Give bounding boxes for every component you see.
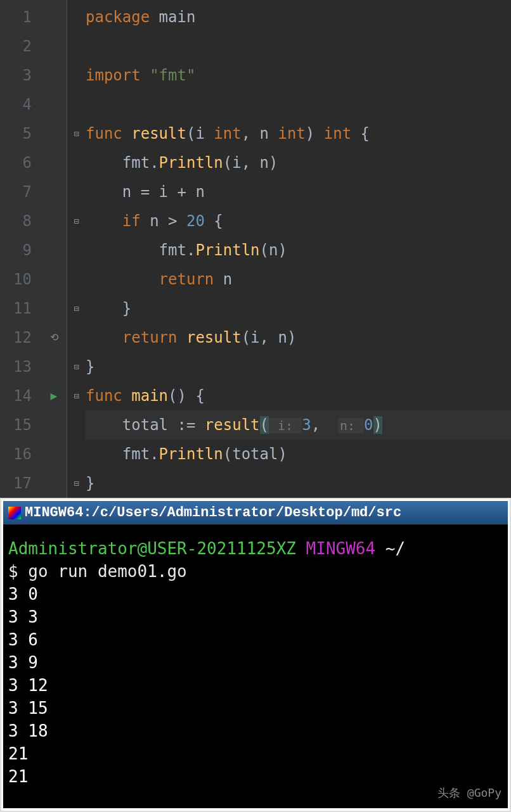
code-line[interactable]: return n — [86, 265, 511, 294]
line-number: 12 — [0, 323, 32, 352]
code-editor[interactable]: 1 2 3 4 5 6 7 8 9 10 11 12 13 14 15 16 1… — [0, 0, 511, 498]
code-line[interactable]: func main() { — [86, 381, 511, 410]
terminal-title-bar[interactable]: MINGW64:/c/Users/Administrator/Desktop/m… — [3, 501, 508, 524]
keyword: import — [86, 67, 141, 84]
fold-end-icon[interactable]: ⊟ — [67, 469, 86, 498]
line-number: 6 — [0, 148, 32, 177]
line-number: 15 — [0, 410, 32, 440]
line-number: 7 — [0, 177, 32, 206]
line-number: 1 — [0, 3, 32, 32]
prompt-user: Administrator@USER — [8, 539, 187, 558]
terminal-output: 3 9 — [8, 651, 503, 674]
terminal-output: 3 6 — [8, 628, 503, 651]
terminal-prompt-line: Administrator@USER-20211125XZ MINGW64 ~/ — [8, 537, 503, 560]
fold-marker-icon[interactable]: ⊟ — [67, 119, 86, 148]
terminal-command: go run demo01.go — [28, 562, 186, 581]
line-number: 9 — [0, 236, 32, 265]
code-line[interactable]: func result(i int, n int) int { — [86, 119, 511, 148]
fold-end-icon[interactable]: ⊟ — [67, 294, 86, 323]
terminal-output: 21 — [8, 765, 503, 788]
recursive-call-icon[interactable]: ⟲ — [50, 323, 58, 352]
terminal-app-icon — [8, 507, 21, 519]
code-line[interactable]: fmt.Println(i, n) — [86, 148, 511, 177]
gutter-icons: ⟲ ▶ — [41, 0, 67, 498]
terminal-title-text: MINGW64:/c/Users/Administrator/Desktop/m… — [25, 505, 401, 521]
code-line[interactable]: package main — [86, 3, 511, 32]
line-number-gutter: 1 2 3 4 5 6 7 8 9 10 11 12 13 14 15 16 1… — [0, 0, 41, 498]
terminal-output: 3 12 — [8, 674, 503, 697]
line-number: 16 — [0, 440, 32, 469]
param-hint: n: — [339, 418, 364, 433]
string: "fmt" — [150, 67, 195, 84]
code-line[interactable] — [86, 32, 511, 61]
fold-marker-icon[interactable]: ⊟ — [67, 206, 86, 236]
code-line[interactable]: return result(i, n) — [86, 323, 511, 352]
terminal-output: 3 15 — [8, 697, 503, 720]
param-hint: i: — [269, 418, 302, 433]
watermark-text: 头条 @GoPy — [437, 782, 501, 804]
line-number: 8 — [0, 206, 32, 236]
prompt-env: MINGW64 — [296, 539, 385, 558]
line-number: 2 — [0, 32, 32, 61]
line-number: 4 — [0, 90, 32, 119]
matched-paren: ) — [373, 416, 382, 434]
code-line[interactable]: fmt.Println(n) — [86, 236, 511, 265]
keyword: package — [86, 8, 150, 26]
matched-paren: ( — [260, 416, 269, 434]
line-number: 11 — [0, 294, 32, 323]
terminal-output: 21 — [8, 742, 503, 765]
code-area[interactable]: package main import "fmt" func result(i … — [86, 0, 511, 498]
terminal-body[interactable]: Administrator@USER-20211125XZ MINGW64 ~/… — [3, 524, 508, 808]
terminal-window: MINGW64:/c/Users/Administrator/Desktop/m… — [0, 498, 511, 812]
code-line[interactable]: total := result( i: 3, n: 0) — [86, 410, 511, 440]
run-icon[interactable]: ▶ — [51, 381, 58, 410]
line-number: 14 — [0, 381, 32, 410]
line-number: 10 — [0, 265, 32, 294]
fold-column: ⊟ ⊟ ⊟ ⊟ ⊟ ⊟ — [67, 0, 86, 498]
code-line[interactable]: import "fmt" — [86, 61, 511, 90]
line-number: 3 — [0, 61, 32, 90]
code-line[interactable]: fmt.Println(total) — [86, 440, 511, 469]
terminal-command-line: $ go run demo01.go — [8, 560, 503, 583]
line-number: 5 — [0, 119, 32, 148]
code-line[interactable]: n = i + n — [86, 177, 511, 206]
code-line[interactable]: if n > 20 { — [86, 206, 511, 236]
code-line[interactable]: } — [86, 469, 511, 498]
line-number: 17 — [0, 469, 32, 498]
terminal-output: 3 0 — [8, 583, 503, 606]
keyword: func — [86, 125, 122, 143]
terminal-output: 3 3 — [8, 606, 503, 628]
line-number: 13 — [0, 352, 32, 381]
fold-marker-icon[interactable]: ⊟ — [67, 381, 86, 410]
code-line[interactable] — [86, 90, 511, 119]
terminal-output: 3 18 — [8, 720, 503, 742]
identifier: main — [159, 8, 196, 26]
function-name: result — [131, 125, 186, 143]
fold-end-icon[interactable]: ⊟ — [67, 352, 86, 381]
code-line[interactable]: } — [86, 352, 511, 381]
code-line[interactable]: } — [86, 294, 511, 323]
